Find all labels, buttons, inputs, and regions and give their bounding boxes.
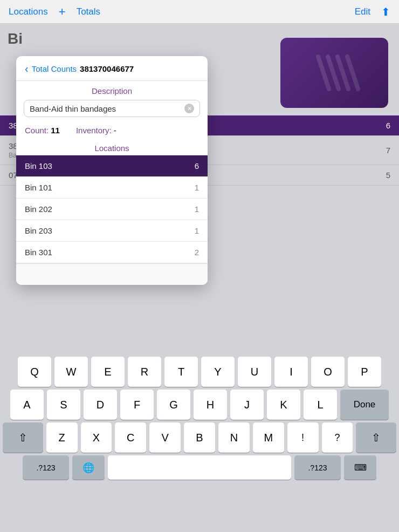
key-y[interactable]: Y — [201, 357, 235, 387]
locations-nav-button[interactable]: Locations — [9, 6, 48, 17]
key-c[interactable]: C — [115, 422, 146, 453]
key-f[interactable]: F — [120, 390, 154, 420]
key-k[interactable]: K — [267, 390, 300, 420]
description-input-value: Band-Aid thin bandages — [30, 104, 184, 113]
popover-footer — [16, 263, 208, 285]
bin-name-3: Bin 203 — [25, 226, 52, 235]
globe-key[interactable]: 🌐 — [72, 455, 105, 480]
key-exclaim[interactable]: ! — [287, 422, 319, 453]
key-g[interactable]: G — [157, 390, 190, 420]
keyboard-row-3: ⇧ Z X C V B N M ! ? ⇧ — [0, 420, 399, 453]
product-image-graphic — [307, 51, 361, 94]
key-o[interactable]: O — [311, 357, 345, 387]
keyboard-row-2: A S D F G H J K L Done — [0, 387, 399, 420]
description-section-title: Description — [16, 81, 208, 100]
key-p[interactable]: P — [348, 357, 381, 387]
done-button[interactable]: Done — [340, 390, 389, 420]
key-b[interactable]: B — [184, 422, 215, 453]
popover-header-title: Total Counts — [32, 64, 77, 73]
clear-input-button[interactable]: ✕ — [184, 104, 194, 113]
bin-count-2: 1 — [195, 204, 199, 214]
nav-bar: Locations + Totals Edit ⬆ — [0, 0, 399, 24]
key-i[interactable]: I — [274, 357, 308, 387]
key-z[interactable]: Z — [46, 422, 78, 453]
key-t[interactable]: T — [164, 357, 198, 387]
space-key[interactable] — [108, 455, 291, 480]
share-icon[interactable]: ⬆ — [381, 5, 390, 18]
description-input-row[interactable]: Band-Aid thin bandages ✕ — [24, 100, 200, 117]
key-d[interactable]: D — [84, 390, 117, 420]
inventory-value: - — [114, 126, 116, 135]
clear-icon: ✕ — [187, 105, 192, 112]
popover-header: ‹ Total Counts 381370046677 — [16, 56, 208, 81]
key-l[interactable]: L — [304, 390, 337, 420]
key-e[interactable]: E — [91, 357, 125, 387]
keyboard-row-1: Q W E R T Y U I O P — [0, 354, 399, 387]
count-label: Count: — [25, 126, 49, 135]
key-n[interactable]: N — [218, 422, 250, 453]
num-right-key[interactable]: .?123 — [294, 455, 341, 480]
bin-name-0: Bin 103 — [25, 161, 52, 170]
bin-row-2[interactable]: Bin 2021 — [16, 199, 208, 220]
totals-nav-button[interactable]: Totals — [77, 6, 100, 17]
key-q[interactable]: Q — [18, 357, 51, 387]
shift-right-key[interactable]: ⇧ — [356, 422, 396, 453]
add-button[interactable]: + — [59, 6, 66, 18]
num-left-key[interactable]: .?123 — [23, 455, 69, 480]
key-w[interactable]: W — [54, 357, 88, 387]
key-r[interactable]: R — [128, 357, 161, 387]
bin-count-0: 6 — [195, 161, 199, 170]
nav-left: Locations + Totals — [9, 6, 100, 18]
bg-bi-text: Bi — [8, 30, 23, 47]
bin-name-1: Bin 101 — [25, 183, 52, 192]
locations-section-title: Locations — [16, 140, 208, 155]
bin-name-2: Bin 202 — [25, 204, 52, 214]
count-value: 11 — [51, 126, 60, 135]
popover: ‹ Total Counts 381370046677 Description … — [16, 56, 208, 285]
inventory-label: Inventory: — [76, 126, 112, 135]
bin-count-1: 1 — [195, 183, 199, 192]
nav-right: Edit ⬆ — [355, 5, 390, 18]
popover-header-barcode: 381370046677 — [80, 64, 134, 73]
count-inventory-row: Count: 11 Inventory: - — [16, 122, 208, 140]
key-v[interactable]: V — [149, 422, 181, 453]
key-m[interactable]: M — [253, 422, 284, 453]
key-a[interactable]: A — [10, 390, 44, 420]
key-x[interactable]: X — [81, 422, 112, 453]
main-area: Bi 381370046677 6 381370048336 Band-Aid … — [0, 24, 399, 378]
bin-row-3[interactable]: Bin 2031 — [16, 220, 208, 242]
shift-left-key[interactable]: ⇧ — [3, 422, 43, 453]
keyboard-dismiss-key[interactable]: ⌨ — [344, 455, 376, 480]
key-h[interactable]: H — [194, 390, 227, 420]
key-question[interactable]: ? — [322, 422, 353, 453]
back-chevron-icon[interactable]: ‹ — [25, 63, 29, 75]
product-image — [280, 38, 388, 108]
bin-row-4[interactable]: Bin 3012 — [16, 242, 208, 263]
bin-name-4: Bin 301 — [25, 248, 52, 257]
bin-row-0[interactable]: Bin 1036 — [16, 155, 208, 177]
keyboard: Q W E R T Y U I O P A S D F G H J K L Do… — [0, 354, 399, 532]
bg-row-count-2: 5 — [386, 170, 390, 180]
edit-button[interactable]: Edit — [355, 6, 370, 17]
key-s[interactable]: S — [47, 390, 80, 420]
bin-list: Bin 1036Bin 1011Bin 2021Bin 2031Bin 3012 — [16, 155, 208, 263]
keyboard-bottom-row: .?123 🌐 .?123 ⌨ — [0, 453, 399, 480]
bin-count-3: 1 — [195, 226, 199, 235]
key-u[interactable]: U — [238, 357, 271, 387]
bin-row-1[interactable]: Bin 1011 — [16, 177, 208, 199]
bg-row-count-1: 7 — [386, 146, 390, 155]
bin-count-4: 2 — [195, 248, 199, 257]
key-j[interactable]: J — [230, 390, 264, 420]
bg-row-count-0: 6 — [386, 121, 390, 130]
